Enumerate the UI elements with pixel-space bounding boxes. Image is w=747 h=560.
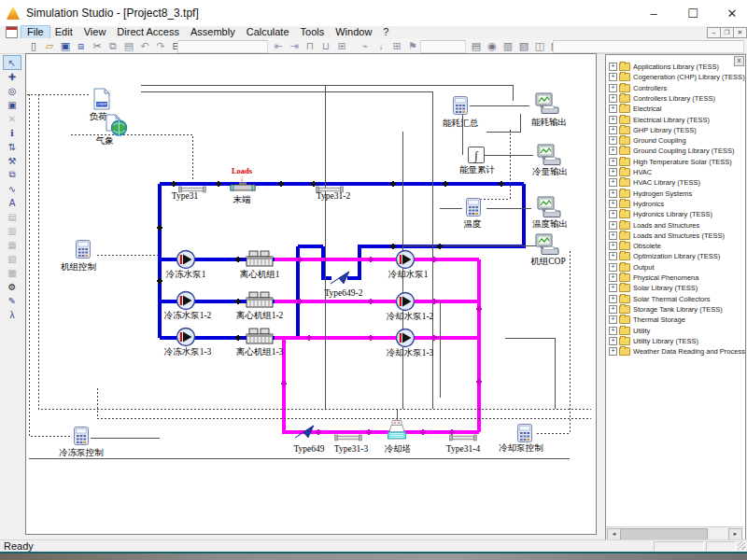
document-icon[interactable] — [6, 26, 18, 38]
paste-icon[interactable]: ▤ — [121, 39, 136, 53]
expand-icon[interactable]: + — [609, 158, 617, 166]
menu-item-view[interactable]: View — [78, 26, 112, 38]
table-icon[interactable]: ⊞ — [389, 39, 404, 53]
expand-icon[interactable]: + — [609, 337, 617, 345]
child-minimize-button[interactable]: – — [707, 27, 721, 38]
project-canvas[interactable]: USER负荷气象Type31末端Type31-2能耗汇总能耗输出∫能量累计冷量输… — [25, 53, 597, 535]
view-b-icon[interactable]: ◉ — [485, 39, 500, 53]
expand-icon[interactable]: + — [609, 189, 617, 198]
view-e-icon[interactable]: ◫ — [532, 39, 547, 53]
library-item-output[interactable]: +Output — [609, 262, 655, 273]
grid-a-icon[interactable]: ▤ — [4, 210, 21, 223]
expand-icon[interactable]: + — [609, 84, 617, 92]
component-type649-2[interactable] — [329, 269, 351, 289]
undo-icon[interactable]: ↶ — [137, 39, 152, 53]
library-item-cogeneration-chp-library-tess[interactable]: +Cogeneration (CHP) Library (TESS) — [609, 72, 745, 82]
zoom-magnifier-icon[interactable]: ◎ — [4, 84, 21, 97]
expand-icon[interactable]: + — [609, 63, 617, 71]
expand-icon[interactable]: + — [609, 105, 617, 113]
select-arrow-icon[interactable]: ↖ — [4, 56, 21, 69]
component-type649[interactable] — [293, 423, 316, 443]
menu-item-file[interactable]: File — [21, 26, 49, 38]
library-item-ghp-library-tess[interactable]: +GHP Library (TESS) — [609, 125, 697, 135]
library-item-loads-and-structures-tess[interactable]: +Loads and Structures (TESS) — [609, 231, 725, 241]
component-load-file[interactable]: USER — [92, 88, 111, 114]
expand-icon[interactable]: + — [609, 231, 617, 240]
layers-c-icon[interactable]: ▩ — [4, 266, 21, 279]
flag-icon[interactable]: ⚑ — [405, 39, 420, 53]
library-item-solar-library-tess[interactable]: +Solar Library (TESS) — [609, 283, 698, 293]
expand-icon[interactable]: + — [609, 284, 617, 292]
info-icon[interactable]: ℹ — [4, 126, 21, 139]
new-file-icon[interactable]: ▯ — [26, 39, 41, 53]
expand-icon[interactable]: + — [609, 210, 617, 218]
component-temp-output[interactable] — [537, 196, 561, 222]
expand-icon[interactable]: + — [609, 305, 617, 314]
expand-icon[interactable]: + — [609, 136, 617, 145]
library-item-hydronics[interactable]: +Hydronics — [609, 199, 664, 209]
same-height-icon[interactable]: ⊔ — [318, 39, 333, 53]
library-item-thermal-storage[interactable]: +Thermal Storage — [609, 315, 685, 325]
menu-item-direct-access[interactable]: Direct Access — [111, 26, 185, 38]
expand-icon[interactable]: + — [609, 263, 617, 272]
component-temperature[interactable] — [466, 198, 481, 220]
component-energy-accum[interactable]: ∫ — [468, 147, 485, 167]
library-item-ground-coupling[interactable]: +Ground Coupling — [609, 135, 686, 146]
component-energy-summary[interactable] — [453, 96, 468, 119]
view-a-icon[interactable]: ▤ — [469, 39, 484, 53]
component-chiller-1-2[interactable] — [246, 291, 274, 312]
save-icon[interactable]: ▣ — [58, 39, 73, 53]
stretch-vertical-icon[interactable]: ⇥ — [287, 39, 302, 53]
component-unit-control[interactable] — [76, 240, 91, 262]
text-tool-icon[interactable]: A — [4, 196, 21, 209]
expand-icon[interactable]: + — [609, 295, 617, 303]
wrench-icon[interactable]: ⚒ — [4, 154, 21, 167]
component-energy-output[interactable] — [535, 92, 559, 119]
spline-link-icon[interactable]: ∿ — [4, 182, 21, 195]
library-item-utility-library-tess[interactable]: +Utility Library (TESS) — [609, 336, 698, 346]
copy-icon[interactable]: ⧉ — [106, 39, 120, 53]
panel-close-icon[interactable]: x — [734, 56, 744, 66]
open-file-icon[interactable]: ▱ — [42, 39, 57, 53]
redo-icon[interactable]: ↷ — [153, 39, 168, 53]
library-item-electrical-library-tess[interactable]: +Electrical Library (TESS) — [609, 115, 710, 125]
expand-icon[interactable]: + — [609, 252, 617, 260]
expand-icon[interactable]: + — [609, 347, 617, 356]
expand-icon[interactable]: + — [609, 168, 617, 176]
expand-icon[interactable]: + — [609, 94, 617, 103]
library-item-electrical[interactable]: +Electrical — [609, 104, 661, 114]
expand-icon[interactable]: + — [609, 178, 617, 187]
library-item-hvac-library-tess[interactable]: +HVAC Library (TESS) — [609, 177, 700, 188]
library-item-solar-thermal-collectors[interactable]: +Solar Thermal Collectors — [609, 294, 710, 304]
minimize-button[interactable]: – — [635, 0, 672, 26]
library-item-utility[interactable]: +Utility — [609, 326, 650, 336]
expand-icon[interactable]: + — [609, 73, 617, 81]
view-d-icon[interactable]: ▧ — [516, 39, 531, 53]
expand-icon[interactable]: + — [609, 273, 617, 282]
library-item-controllers[interactable]: +Controllers — [609, 83, 667, 93]
expand-icon[interactable]: + — [609, 315, 617, 324]
menu-item-assembly[interactable]: Assembly — [185, 26, 241, 38]
download-icon[interactable]: ↓ — [374, 39, 388, 53]
save-all-icon[interactable]: ⧈ — [74, 39, 89, 53]
close-button[interactable]: ✕ — [713, 0, 747, 26]
library-item-obsolete[interactable]: +Obsolete — [609, 241, 661, 251]
library-item-physical-phenomena[interactable]: +Physical Phenomena — [609, 273, 698, 283]
expand-icon[interactable]: + — [609, 200, 617, 208]
menu-item-tools[interactable]: Tools — [295, 26, 331, 38]
component-type31-3[interactable] — [334, 428, 362, 445]
library-hscrollbar[interactable]: ◄ ► — [606, 526, 743, 540]
maximize-button[interactable]: ☐ — [674, 0, 712, 26]
component-chiller-1[interactable] — [246, 250, 274, 271]
menu-item-edit[interactable]: Edit — [49, 26, 78, 38]
child-close-button[interactable]: ✕ — [733, 27, 747, 38]
delete-icon[interactable]: ✕ — [4, 112, 21, 125]
component-chw-pump-control[interactable] — [74, 427, 89, 449]
expand-icon[interactable]: + — [609, 242, 617, 250]
library-item-applications-library-tess[interactable]: +Applications Library (TESS) — [609, 62, 719, 72]
grid-b-icon[interactable]: ▥ — [4, 224, 21, 237]
library-item-optimization-library-tess[interactable]: +Optimization Library (TESS) — [609, 251, 720, 261]
component-chiller-1-3[interactable] — [246, 328, 274, 348]
component-type31-4[interactable] — [449, 428, 477, 445]
view-c-icon[interactable]: ▥ — [500, 39, 515, 53]
